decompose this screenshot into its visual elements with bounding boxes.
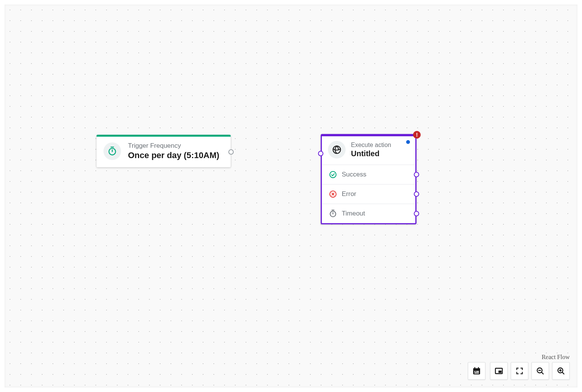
svg-line-21 <box>541 372 543 374</box>
action-title: Untitled <box>351 149 409 158</box>
outcome-label: Timeout <box>342 210 365 217</box>
minimap-toggle-button[interactable] <box>490 362 508 380</box>
outcome-row-error[interactable]: Error <box>322 184 415 204</box>
svg-rect-14 <box>478 367 479 369</box>
svg-point-4 <box>330 172 336 178</box>
action-header: Execute action Untitled <box>322 136 415 165</box>
globe-icon <box>328 141 346 158</box>
outcome-label: Error <box>342 190 356 198</box>
zoom-out-button[interactable] <box>531 362 549 380</box>
outcome-label: Success <box>342 171 366 178</box>
svg-rect-15 <box>474 371 475 372</box>
outcome-row-timeout[interactable]: Timeout <box>322 204 415 223</box>
flow-canvas[interactable]: Trigger Frequency Once per day (5:10AM) … <box>5 5 577 387</box>
calendar-button[interactable] <box>468 362 485 380</box>
action-type-label: Execute action <box>351 142 409 149</box>
trigger-node[interactable]: Trigger Frequency Once per day (5:10AM) <box>97 135 231 167</box>
stopwatch-icon <box>103 142 121 160</box>
svg-rect-12 <box>473 368 480 370</box>
trigger-output-handle[interactable] <box>228 149 234 155</box>
svg-rect-17 <box>474 372 479 374</box>
fit-view-button[interactable] <box>511 362 528 380</box>
success-output-handle[interactable] <box>414 172 419 177</box>
timeout-icon <box>329 209 337 218</box>
svg-line-24 <box>562 372 564 374</box>
success-icon <box>329 170 337 179</box>
error-output-handle[interactable] <box>414 191 419 197</box>
action-node[interactable]: ! Execute action Untitled <box>321 134 416 224</box>
zoom-in-button[interactable] <box>552 362 570 380</box>
outcome-row-success[interactable]: Success <box>322 165 415 184</box>
attribution-text: React Flow <box>542 354 570 361</box>
status-dot-icon <box>406 140 410 144</box>
timeout-output-handle[interactable] <box>414 211 419 216</box>
trigger-text: Trigger Frequency Once per day (5:10AM) <box>128 142 224 160</box>
canvas-controls <box>468 362 570 380</box>
svg-rect-16 <box>476 371 479 372</box>
svg-rect-19 <box>498 371 502 373</box>
error-icon <box>329 190 337 198</box>
trigger-label: Trigger Frequency <box>128 142 224 150</box>
svg-rect-13 <box>474 367 475 369</box>
trigger-value: Once per day (5:10AM) <box>128 150 224 160</box>
